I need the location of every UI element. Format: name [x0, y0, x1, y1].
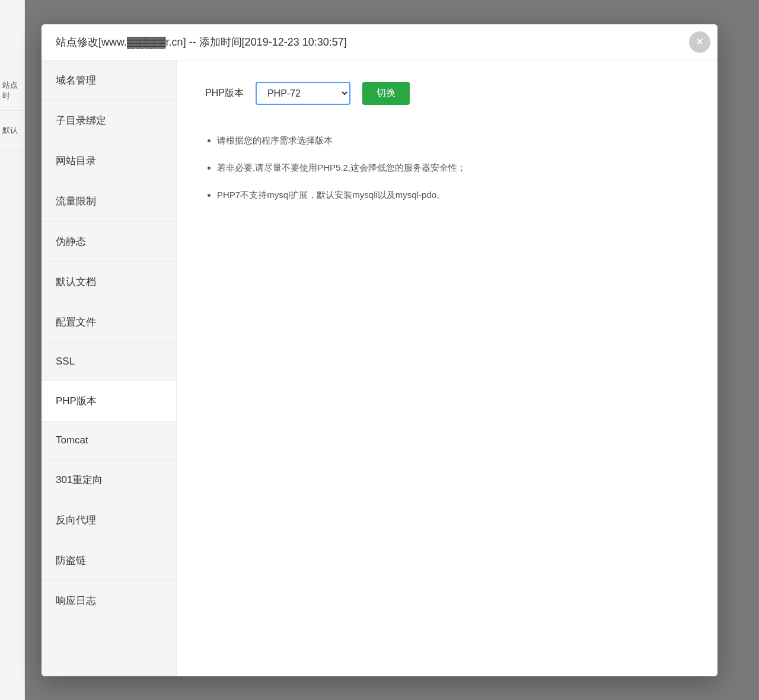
sidebar-item-php-version[interactable]: PHP版本: [42, 381, 176, 421]
sidebar-item-webroot[interactable]: 网站目录: [42, 141, 176, 181]
sidebar-item-tomcat[interactable]: Tomcat: [42, 421, 176, 460]
php-version-row: PHP版本 PHP-72PHP-56PHP-70PHP-71PHP-73PHP-…: [205, 82, 689, 105]
main-content: PHP版本 PHP-72PHP-56PHP-70PHP-71PHP-73PHP-…: [177, 60, 717, 676]
switch-button[interactable]: 切换: [362, 82, 410, 105]
info-note: 若非必要,请尽量不要使用PHP5.2,这会降低您的服务器安全性；: [217, 161, 689, 175]
sidebar-item-reverse-proxy[interactable]: 反向代理: [42, 500, 176, 541]
sidebar-item-hotlink[interactable]: 防盗链: [42, 541, 176, 581]
sidebar-item-access-log[interactable]: 响应日志: [42, 581, 176, 621]
modal-overlay: 站点时 默认 站点修改[www.▓▓▓▓▓r.cn] -- 添加时间[2019-…: [0, 0, 759, 700]
modal-title: 站点修改[www.▓▓▓▓▓r.cn] -- 添加时间[2019-12-23 1…: [56, 36, 347, 48]
sidebar-item-redirect301[interactable]: 301重定向: [42, 460, 176, 500]
left-edge-item-2: 默认: [0, 111, 24, 151]
info-note: 请根据您的程序需求选择版本: [217, 133, 689, 148]
sidebar-item-traffic[interactable]: 流量限制: [42, 181, 176, 222]
sidebar-item-default-doc[interactable]: 默认文档: [42, 262, 176, 302]
php-version-select[interactable]: PHP-72PHP-56PHP-70PHP-71PHP-73PHP-74: [256, 82, 350, 105]
modal-header: 站点修改[www.▓▓▓▓▓r.cn] -- 添加时间[2019-12-23 1…: [42, 24, 717, 60]
left-edge-sidebar: 站点时 默认: [0, 0, 25, 700]
sidebar-item-config[interactable]: 配置文件: [42, 302, 176, 343]
sidebar-item-ssl[interactable]: SSL: [42, 343, 176, 381]
sidebar: 域名管理子目录绑定网站目录流量限制伪静态默认文档配置文件SSLPHP版本Tomc…: [42, 60, 177, 676]
php-version-label: PHP版本: [205, 87, 244, 100]
sidebar-item-domain[interactable]: 域名管理: [42, 60, 176, 101]
close-button[interactable]: ×: [689, 31, 710, 53]
modal-dialog: 站点修改[www.▓▓▓▓▓r.cn] -- 添加时间[2019-12-23 1…: [42, 24, 717, 676]
info-note: PHP7不支持mysql扩展，默认安装mysqli以及mysql-pdo。: [217, 188, 689, 202]
sidebar-item-rewrite[interactable]: 伪静态: [42, 222, 176, 262]
left-edge-item-1: 站点时: [0, 71, 24, 111]
sidebar-item-subdir[interactable]: 子目录绑定: [42, 101, 176, 141]
modal-body: 域名管理子目录绑定网站目录流量限制伪静态默认文档配置文件SSLPHP版本Tomc…: [42, 60, 717, 676]
info-list: 请根据您的程序需求选择版本若非必要,请尽量不要使用PHP5.2,这会降低您的服务…: [205, 133, 689, 202]
